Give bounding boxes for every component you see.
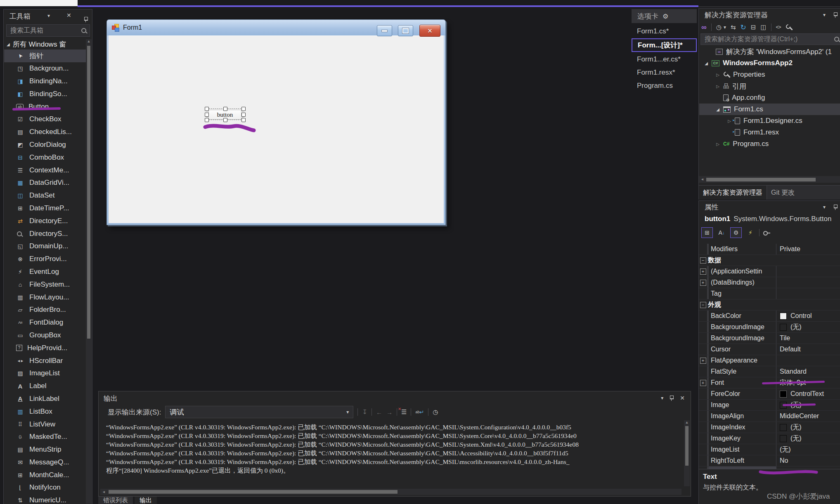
- scrollbar-thumb[interactable]: [685, 426, 689, 466]
- form-maximize-button[interactable]: [398, 25, 413, 36]
- property-row-modifiers[interactable]: ModifiersPrivate: [699, 244, 840, 255]
- events-lightning-icon[interactable]: ⚡: [745, 228, 756, 238]
- toolbox-item-checkbox[interactable]: ☑CheckBox: [4, 113, 86, 126]
- property-value[interactable]: (无): [776, 444, 840, 455]
- tree-item-appconfig[interactable]: App.config: [699, 92, 840, 104]
- form-titlebar[interactable]: Form1: [107, 20, 445, 35]
- toolbox-item-directorye[interactable]: ⇄DirectoryE...: [4, 214, 86, 227]
- pending-changes-filter-icon[interactable]: ◷: [716, 24, 722, 31]
- tab-form1ercs[interactable]: Form1...er.cs*: [632, 53, 697, 65]
- property-row-cursor[interactable]: CursorDefault: [699, 344, 840, 355]
- property-row-backgroundimage[interactable]: BackgroundImage(无): [699, 322, 840, 333]
- property-value[interactable]: MiddleCenter: [776, 411, 840, 422]
- toolbox-search-input[interactable]: 搜索工具箱: [6, 24, 90, 37]
- scroll-left-icon[interactable]: ▲: [700, 176, 704, 183]
- tab-form[interactable]: Form...[设计]*: [632, 38, 697, 52]
- toolbox-scrollbar[interactable]: ▲: [86, 39, 92, 504]
- collapse-box-icon[interactable]: −: [700, 257, 706, 264]
- scrollbar-thumb[interactable]: [706, 178, 816, 181]
- toolbox-item-colordialog[interactable]: ◩ColorDialog: [4, 139, 86, 151]
- toolbox-group-all-windows-forms[interactable]: ◢ 所有 Windows 窗: [4, 39, 85, 49]
- form-client-area[interactable]: [109, 35, 444, 223]
- pin-icon[interactable]: [833, 12, 838, 18]
- toolbox-item-helpprovid[interactable]: ?HelpProvid...: [4, 341, 86, 354]
- toolbox-pin-icon[interactable]: [83, 16, 88, 22]
- form-minimize-button[interactable]: [377, 25, 392, 36]
- property-row-imageindex[interactable]: ImageIndex(无): [699, 422, 840, 433]
- expand-box-icon[interactable]: +: [700, 380, 706, 386]
- resize-handle-top-left[interactable]: [205, 107, 209, 111]
- resize-handle-middle-right[interactable]: [241, 113, 246, 117]
- scroll-up-icon[interactable]: ▲: [86, 39, 92, 43]
- property-value[interactable]: No: [776, 455, 840, 466]
- tab-output[interactable]: 输出: [135, 497, 157, 504]
- tab-error-list[interactable]: 错误列表: [98, 497, 133, 504]
- toolbox-item-checkedlis[interactable]: ▤CheckedLis...: [4, 126, 86, 139]
- toolbox-item-errorprovi[interactable]: ⊗ErrorProvi...: [4, 253, 86, 266]
- toolbox-item-domainup[interactable]: ◱DomainUp...: [4, 240, 86, 253]
- resize-handle-middle-left[interactable]: [205, 113, 209, 117]
- property-row-databindings[interactable]: +(DataBindings): [699, 277, 840, 288]
- toolbox-item-hscrollbar[interactable]: ◄►HScrollBar: [4, 354, 86, 367]
- toolbox-menu-caret-icon[interactable]: ▾: [47, 13, 50, 19]
- property-value[interactable]: [776, 288, 840, 299]
- toolbox-item-monthcale[interactable]: ⊞MonthCale...: [4, 469, 86, 481]
- output-close-icon[interactable]: ✕: [680, 395, 685, 401]
- gear-icon[interactable]: ⚙: [663, 12, 668, 20]
- toolbox-item-bindingna[interactable]: ◨BindingNa...: [4, 75, 86, 88]
- property-value[interactable]: Private: [776, 244, 840, 254]
- form-close-button[interactable]: ✕: [419, 25, 440, 37]
- toolbox-item-menustrip[interactable]: ▤MenuStrip: [4, 443, 86, 456]
- expand-box-icon[interactable]: +: [700, 358, 706, 364]
- tab-form1resx[interactable]: Form1.resx*: [632, 66, 697, 78]
- word-wrap-icon[interactable]: ab↵: [415, 409, 424, 415]
- tree-item-programcs[interactable]: ▷C#Program.cs: [699, 138, 840, 150]
- property-row-item[interactable]: −数据: [699, 255, 840, 266]
- tree-item-form1designercs[interactable]: ▷Form1.Designer.cs: [699, 115, 840, 127]
- property-row-flatappearance[interactable]: +FlatAppearance: [699, 355, 840, 366]
- solution-horizontal-scrollbar[interactable]: ▲: [699, 176, 840, 183]
- property-row-backgroundimage[interactable]: BackgroundImageTile: [699, 333, 840, 344]
- property-row-imagelist[interactable]: ImageList(无): [699, 444, 840, 455]
- toolbox-item-filesystem[interactable]: ⌂FileSystem...: [4, 278, 86, 291]
- toolbox-item-listbox[interactable]: ▥ListBox: [4, 405, 86, 418]
- scrollbar-thumb[interactable]: [109, 490, 398, 494]
- collapse-box-icon[interactable]: −: [700, 302, 706, 308]
- property-row-applicationsettin[interactable]: +(ApplicationSettin: [699, 266, 840, 277]
- toolbox-item-eventlog[interactable]: ⚡EventLog: [4, 266, 86, 278]
- property-row-image[interactable]: Image(无): [699, 400, 840, 411]
- resize-handle-bottom-left[interactable]: [205, 118, 209, 122]
- window-menu-caret-icon[interactable]: ▾: [661, 395, 663, 401]
- property-row-tag[interactable]: Tag: [699, 288, 840, 299]
- resize-handle-top-center[interactable]: [223, 107, 227, 111]
- toolbox-item-directorys[interactable]: DirectoryS...: [4, 227, 86, 240]
- property-row-imagekey[interactable]: ImageKey(无): [699, 433, 840, 444]
- tree-item-form1resx[interactable]: Form1.resx: [699, 127, 840, 138]
- solution-search-input[interactable]: 搜索解决方案资源管理器(Ctrl+;): [700, 33, 840, 45]
- toolbox-item-fontdialog[interactable]: A≡FontDialog: [4, 316, 86, 329]
- property-value[interactable]: Tile: [776, 333, 840, 344]
- expand-box-icon[interactable]: +: [700, 268, 706, 275]
- toolbox-item-label[interactable]: ALabel: [4, 380, 86, 393]
- property-value[interactable]: [776, 355, 840, 366]
- toolbox-item-linklabel[interactable]: ALinkLabel: [4, 393, 86, 405]
- toolbox-item-backgroun[interactable]: ◳Backgroun...: [4, 62, 86, 75]
- toolbox-item-imagelist[interactable]: ▨ImageList: [4, 367, 86, 380]
- properties-view-icon[interactable]: ⚙: [730, 227, 742, 238]
- property-row-backcolor[interactable]: BackColorControl: [699, 311, 840, 322]
- previous-message-icon[interactable]: ←: [376, 409, 382, 416]
- property-value[interactable]: (无): [776, 422, 840, 433]
- expand-box-icon[interactable]: +: [700, 280, 706, 286]
- property-value[interactable]: [823, 255, 840, 266]
- toolbox-item-item[interactable]: ➤指针: [4, 49, 86, 62]
- tab-programcs[interactable]: Program.cs: [632, 80, 697, 92]
- pin-icon[interactable]: [669, 395, 674, 401]
- scroll-left-icon[interactable]: ▲: [102, 489, 106, 495]
- tab-solution-explorer[interactable]: 解决方案资源管理器: [699, 186, 767, 200]
- toolbox-item-contextme[interactable]: ☰ContextMe...: [4, 164, 86, 177]
- filter-caret-icon[interactable]: ▾: [724, 24, 726, 30]
- refresh-icon[interactable]: ↻: [741, 23, 746, 32]
- tree-item-properties[interactable]: ▷Properties: [699, 69, 840, 80]
- view-code-icon[interactable]: <>: [776, 24, 781, 30]
- categorized-view-icon[interactable]: ⊞: [701, 227, 713, 238]
